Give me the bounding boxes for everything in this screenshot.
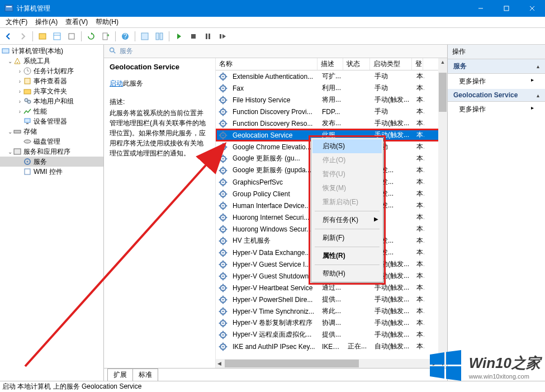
tree-disk-management[interactable]: 磁盘管理 [0, 136, 103, 147]
svg-point-172 [222, 334, 224, 336]
svc-start: 手动(触发... [371, 95, 413, 105]
svg-point-112 [222, 216, 224, 218]
svc-logon: 本 [413, 318, 424, 328]
service-row[interactable]: File History Service将用...手动(触发...本 [216, 94, 447, 106]
gear-icon [218, 166, 228, 175]
tree-local-users[interactable]: ›本地用户和组 [0, 96, 103, 106]
tree-event-viewer[interactable]: ›事件查看器 [0, 76, 103, 86]
stop-button[interactable] [187, 30, 200, 42]
pause-button[interactable] [202, 30, 214, 42]
col-start[interactable]: 启动类型 [370, 58, 412, 70]
play-button[interactable] [173, 30, 185, 42]
cm-help[interactable]: 帮助(H) [312, 267, 382, 281]
gear-icon [218, 201, 228, 210]
col-logon[interactable]: 登 [412, 58, 423, 70]
help-button[interactable]: ? [119, 30, 131, 42]
actions-section-services[interactable]: 服务▴ [448, 59, 545, 74]
tb-icon-2[interactable] [51, 30, 63, 42]
service-row[interactable]: Hyper-V PowerShell Dire...提供...手动(触发...本 [216, 294, 447, 305]
tb-icon-3[interactable] [65, 30, 78, 42]
service-row[interactable]: Fax利用...手动本 [216, 82, 447, 94]
tree-root[interactable]: 计算机管理(本地) [0, 46, 103, 56]
gear-icon [218, 84, 228, 93]
cm-refresh[interactable]: 刷新(F) [312, 231, 382, 245]
svc-logon: 本 [413, 166, 424, 175]
service-list[interactable]: 名称 描述 状态 启动类型 登 Extensible Authenticatio… [216, 58, 447, 368]
svg-rect-9 [69, 34, 74, 39]
service-row[interactable]: Function Discovery Reso...发布...手动(触发...本 [216, 117, 447, 129]
svg-point-160 [222, 310, 224, 312]
svc-name: Hyper-V PowerShell Dire... [229, 296, 319, 304]
svc-logon: 本 [413, 154, 424, 163]
service-row[interactable]: IKE and AuthIP IPsec Key...IKEE...正在...自… [216, 341, 447, 352]
tree-performance[interactable]: ›性能 [0, 106, 103, 116]
svg-rect-29 [25, 119, 30, 122]
cm-all-tasks[interactable]: 所有任务(K)▶ [312, 213, 382, 227]
menu-file[interactable]: 文件(F) [2, 16, 31, 28]
svc-name: Huorong Internet Securi... [229, 214, 319, 221]
restart-button[interactable] [216, 30, 229, 42]
svc-desc: 提供... [319, 330, 344, 339]
tree-device-manager[interactable]: 设备管理器 [0, 116, 103, 126]
menu-help[interactable]: 帮助(H) [92, 16, 122, 28]
tree-system-tools[interactable]: ⌄ 系统工具 [0, 56, 103, 66]
svc-desc: IKEE... [319, 343, 344, 351]
tb-icon-1[interactable] [36, 30, 49, 42]
minimize-button[interactable] [468, 0, 494, 17]
svc-desc: 发布... [319, 119, 344, 128]
service-row[interactable]: Extensible Authentication...可扩...手动本 [216, 70, 447, 82]
tree-services-apps[interactable]: ⌄服务和应用程序 [0, 147, 103, 157]
gear-icon [218, 295, 228, 304]
svc-start: 手动(触发... [371, 306, 413, 316]
detail-desc-label: 描述: [110, 97, 210, 107]
menu-action[interactable]: 操作(A) [32, 16, 61, 28]
svc-name: Hyper-V 卷影复制请求程序 [229, 318, 319, 328]
cm-properties[interactable]: 属性(R) [312, 249, 382, 263]
close-button[interactable] [519, 0, 545, 17]
tab-extended[interactable]: 扩展 [107, 369, 133, 381]
vertical-scrollbar[interactable]: ▲▼ [438, 58, 447, 368]
service-row[interactable]: Hyper-V Heartbeat Service通过...手动(触发...本 [216, 282, 447, 294]
horizontal-scrollbar[interactable]: ◀▶ [216, 359, 438, 368]
tree-storage[interactable]: ⌄存储 [0, 126, 103, 136]
svc-name: Human Interface Device... [229, 202, 319, 210]
tree-task-scheduler[interactable]: ›任务计划程序 [0, 66, 103, 76]
col-state[interactable]: 状态 [343, 58, 370, 70]
service-row[interactable]: Hyper-V 远程桌面虚拟化...提供...手动(触发...本 [216, 329, 447, 341]
svc-start: 手动(触发... [371, 318, 413, 328]
gear-icon [218, 190, 228, 199]
svg-rect-26 [24, 89, 31, 94]
service-row[interactable]: Hyper-V 卷影复制请求程序协调...手动(触发...本 [216, 317, 447, 329]
maximize-button[interactable] [494, 0, 519, 17]
export-button[interactable] [99, 30, 112, 42]
svc-name: Hyper-V Heartbeat Service [229, 284, 319, 292]
svc-name: GraphicsPerfSvc [229, 178, 319, 186]
actions-more-1[interactable]: 更多操作▸ [448, 74, 545, 89]
svg-point-166 [222, 322, 224, 324]
gear-icon [218, 96, 228, 105]
cm-start[interactable]: 启动(S) [312, 139, 382, 153]
back-button[interactable] [2, 30, 15, 42]
col-name[interactable]: 名称 [216, 58, 317, 70]
actions-section-geo[interactable]: Geolocation Service▴ [448, 89, 545, 102]
col-desc[interactable]: 描述 [317, 58, 343, 70]
tb-view-2[interactable] [153, 30, 165, 42]
actions-more-2[interactable]: 更多操作▸ [448, 102, 545, 117]
svg-text:?: ? [124, 32, 127, 40]
refresh-button[interactable] [85, 30, 97, 42]
tree-panel[interactable]: 计算机管理(本地) ⌄ 系统工具 ›任务计划程序 ›事件查看器 ›共享文件夹 ›… [0, 45, 104, 381]
tree-wmi[interactable]: WMI 控件 [0, 167, 103, 177]
tab-standard[interactable]: 标准 [132, 369, 158, 381]
start-service-link[interactable]: 启动 [110, 79, 123, 87]
service-row[interactable]: Function Discovery Provi...FDP...手动本 [216, 106, 447, 117]
svg-rect-31 [14, 130, 21, 133]
service-row[interactable]: Hyper-V Time Synchroniz...将此...手动(触发...本 [216, 305, 447, 317]
forward-button[interactable] [17, 30, 29, 42]
cm-restart: 重新启动(E) [312, 195, 382, 209]
svg-rect-14 [156, 33, 159, 40]
tabs-bottom: 扩展 标准 [104, 369, 447, 381]
tb-view-1[interactable] [139, 30, 151, 42]
tree-shared-folders[interactable]: ›共享文件夹 [0, 86, 103, 96]
tree-services[interactable]: 服务 [0, 157, 103, 167]
menu-view[interactable]: 查看(V) [62, 16, 91, 28]
